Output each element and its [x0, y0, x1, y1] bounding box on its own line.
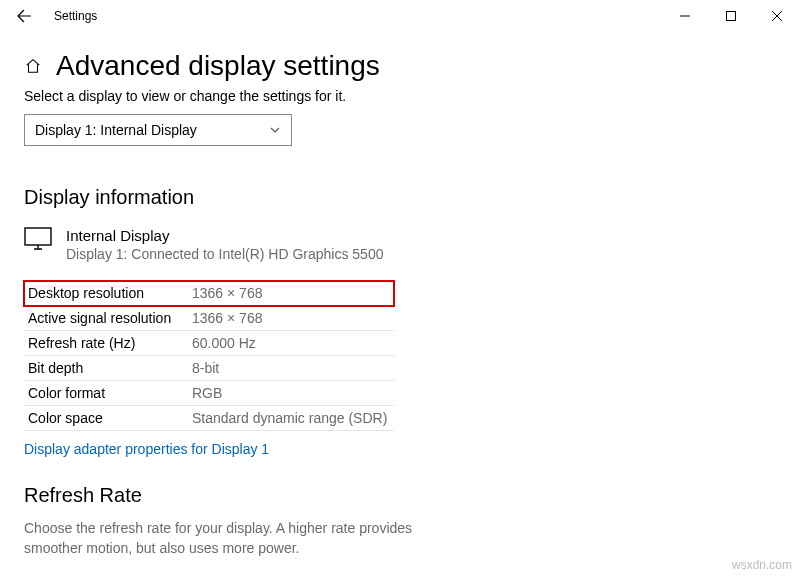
watermark: wsxdn.com — [732, 558, 792, 572]
refresh-rate-description: Choose the refresh rate for your display… — [24, 519, 424, 558]
label-active-signal-resolution: Active signal resolution — [28, 310, 192, 326]
label-desktop-resolution: Desktop resolution — [28, 285, 192, 301]
display-summary: Internal Display Display 1: Connected to… — [24, 227, 776, 262]
value-color-space: Standard dynamic range (SDR) — [192, 410, 387, 426]
svg-rect-0 — [727, 12, 736, 21]
page-heading-row: Advanced display settings — [24, 50, 776, 82]
row-active-signal-resolution: Active signal resolution 1366 × 768 — [24, 306, 394, 331]
value-bit-depth: 8-bit — [192, 360, 219, 376]
display-adapter-link[interactable]: Display adapter properties for Display 1 — [24, 441, 269, 457]
value-refresh-rate: 60.000 Hz — [192, 335, 256, 351]
arrow-left-icon — [16, 8, 32, 24]
row-color-format: Color format RGB — [24, 381, 394, 406]
display-selector[interactable]: Display 1: Internal Display — [24, 114, 292, 146]
display-name: Internal Display — [66, 227, 383, 244]
svg-rect-1 — [25, 228, 51, 245]
display-connection: Display 1: Connected to Intel(R) HD Grap… — [66, 246, 383, 262]
row-color-space: Color space Standard dynamic range (SDR) — [24, 406, 394, 431]
value-desktop-resolution: 1366 × 768 — [192, 285, 262, 301]
label-color-space: Color space — [28, 410, 192, 426]
close-icon — [772, 11, 782, 21]
row-desktop-resolution: Desktop resolution 1366 × 768 — [24, 281, 394, 306]
section-refresh-rate: Refresh Rate — [24, 484, 776, 507]
chevron-down-icon — [269, 124, 281, 136]
row-refresh-rate: Refresh rate (Hz) 60.000 Hz — [24, 331, 394, 356]
label-color-format: Color format — [28, 385, 192, 401]
maximize-icon — [726, 11, 736, 21]
display-info-table: Desktop resolution 1366 × 768 Active sig… — [24, 280, 394, 431]
back-button[interactable] — [8, 0, 40, 32]
value-color-format: RGB — [192, 385, 222, 401]
home-icon[interactable] — [24, 57, 42, 75]
section-display-information: Display information — [24, 186, 776, 209]
titlebar: Settings — [0, 0, 800, 32]
page-title: Advanced display settings — [56, 50, 380, 82]
monitor-icon — [24, 227, 52, 251]
minimize-button[interactable] — [662, 0, 708, 32]
value-active-signal-resolution: 1366 × 768 — [192, 310, 262, 326]
minimize-icon — [680, 11, 690, 21]
window-title: Settings — [54, 9, 97, 23]
content-area: Advanced display settings Select a displ… — [0, 32, 800, 578]
label-refresh-rate: Refresh rate (Hz) — [28, 335, 192, 351]
maximize-button[interactable] — [708, 0, 754, 32]
row-bit-depth: Bit depth 8-bit — [24, 356, 394, 381]
page-description: Select a display to view or change the s… — [24, 88, 776, 104]
label-bit-depth: Bit depth — [28, 360, 192, 376]
display-selector-value: Display 1: Internal Display — [35, 122, 197, 138]
window-controls — [662, 0, 800, 32]
close-button[interactable] — [754, 0, 800, 32]
